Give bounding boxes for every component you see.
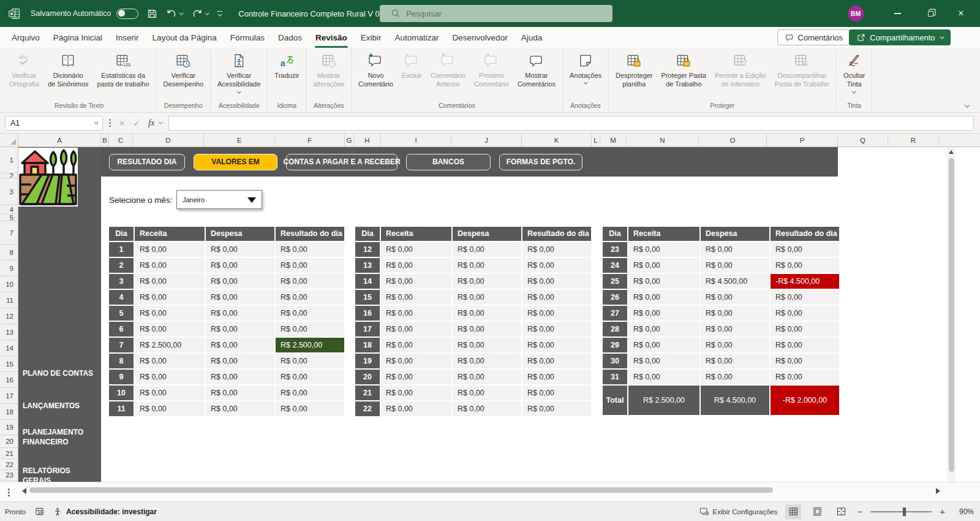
value-cell[interactable]: R$ 0,00 <box>206 386 274 400</box>
autosave-toggle[interactable] <box>116 9 138 19</box>
name-box[interactable]: A1 <box>5 116 103 131</box>
value-cell[interactable]: R$ 0,00 <box>522 258 591 273</box>
day-cell[interactable]: 11 <box>109 401 134 416</box>
value-cell[interactable]: R$ 0,00 <box>771 354 839 368</box>
tab-desenvolvedor[interactable]: Desenvolvedor <box>446 27 514 48</box>
day-cell[interactable]: 23 <box>603 242 627 257</box>
value-cell[interactable]: R$ 0,00 <box>381 258 451 273</box>
table-header-despesa[interactable]: Despesa <box>206 227 274 241</box>
row-header-11[interactable]: 11 <box>0 292 18 308</box>
horizontal-scrollbar[interactable] <box>0 482 980 501</box>
tab-layout-da-pagina[interactable]: Layout da Página <box>146 27 224 48</box>
day-cell[interactable]: 27 <box>603 306 627 321</box>
value-cell[interactable]: R$ 0,00 <box>453 306 521 321</box>
row-header-7[interactable]: 7 <box>0 221 18 245</box>
vertical-scrollbar[interactable] <box>947 147 956 482</box>
avatar[interactable]: BM <box>848 6 864 21</box>
page-break-preview-button[interactable] <box>833 504 849 519</box>
value-cell[interactable]: R$ 0,00 <box>206 274 274 289</box>
table-header-receita[interactable]: Receita <box>381 227 451 241</box>
column-header-o[interactable]: O <box>699 134 767 146</box>
value-cell[interactable]: R$ 0,00 <box>206 354 274 368</box>
day-cell[interactable]: 2 <box>109 258 134 273</box>
value-cell[interactable]: R$ 0,00 <box>276 322 344 337</box>
value-cell[interactable]: R$ 0,00 <box>453 242 521 257</box>
day-cell[interactable]: 16 <box>355 306 380 321</box>
value-cell[interactable]: R$ 0,00 <box>453 386 521 400</box>
column-header-b[interactable]: B <box>101 134 109 146</box>
tab-dados[interactable]: Dados <box>271 27 309 48</box>
workbook-title[interactable]: Controle Financeiro Completo Rural V 05 <box>238 9 390 18</box>
collapse-ribbon-button[interactable] <box>963 97 971 113</box>
row-header-16[interactable]: 16 <box>0 372 18 388</box>
day-cell[interactable]: 9 <box>109 370 134 384</box>
zoom-slider-thumb[interactable] <box>903 508 906 516</box>
day-cell[interactable]: 7 <box>109 338 134 352</box>
select-all-corner[interactable] <box>0 134 18 146</box>
column-header-n[interactable]: N <box>627 134 699 146</box>
tab-exibir[interactable]: Exibir <box>354 27 388 48</box>
month-dropdown[interactable]: Janeiro <box>176 190 262 209</box>
day-cell[interactable]: 25 <box>603 274 627 289</box>
value-cell[interactable]: R$ 0,00 <box>381 401 451 416</box>
value-cell[interactable]: R$ 0,00 <box>522 401 591 416</box>
value-cell[interactable]: R$ 0,00 <box>276 242 344 257</box>
value-cell[interactable]: R$ 0,00 <box>771 306 839 321</box>
day-cell[interactable]: 22 <box>355 401 380 416</box>
value-cell[interactable]: R$ 0,00 <box>701 242 769 257</box>
column-header-j[interactable]: J <box>451 134 522 146</box>
value-cell[interactable]: R$ 0,00 <box>276 354 344 368</box>
traduzir-button[interactable]: aTraduzir <box>270 50 303 81</box>
value-cell[interactable]: R$ 0,00 <box>701 322 769 337</box>
day-cell[interactable]: 19 <box>355 354 380 368</box>
vertical-scroll-thumb[interactable] <box>949 158 954 472</box>
value-cell[interactable]: R$ 0,00 <box>135 306 205 321</box>
column-header-g[interactable]: G <box>345 134 354 146</box>
value-cell[interactable]: R$ 0,00 <box>381 242 451 257</box>
value-cell[interactable]: R$ 0,00 <box>628 322 699 337</box>
value-cell[interactable]: R$ 0,00 <box>206 242 274 257</box>
tab-ajuda[interactable]: Ajuda <box>514 27 549 48</box>
close-button[interactable]: × <box>947 0 975 27</box>
novo-comentario-button[interactable]: Novo Comentário <box>354 50 398 90</box>
total-value-cell[interactable]: R$ 4.500,00 <box>701 386 769 415</box>
accessibility-icon[interactable] <box>53 508 62 516</box>
table-header-receita[interactable]: Receita <box>135 227 205 241</box>
value-cell[interactable]: R$ 0,00 <box>628 354 699 368</box>
value-cell[interactable]: R$ 0,00 <box>522 322 591 337</box>
day-cell[interactable]: 15 <box>355 290 380 305</box>
column-header-h[interactable]: H <box>354 134 381 146</box>
scroll-left-arrow[interactable] <box>22 488 26 494</box>
value-cell[interactable]: R$ 0,00 <box>206 401 274 416</box>
value-cell[interactable]: R$ 0,00 <box>206 370 274 384</box>
column-header-k[interactable]: K <box>522 134 592 146</box>
day-cell[interactable]: 21 <box>355 386 380 400</box>
desproteger-planilha-button[interactable]: Desproteger planilha <box>611 50 657 90</box>
ocultar-tinta-button[interactable]: Ocultar Tinta <box>839 50 869 94</box>
value-cell[interactable]: R$ 0,00 <box>522 370 591 384</box>
value-cell[interactable]: R$ 0,00 <box>453 274 521 289</box>
column-header-f[interactable]: F <box>275 134 345 146</box>
row-header-17[interactable]: 17 <box>0 388 18 404</box>
comments-button[interactable]: Comentários <box>777 29 850 45</box>
record-macro-icon[interactable] <box>35 507 44 516</box>
total-value-cell[interactable]: -R$ 2.000,00 <box>771 386 839 415</box>
value-cell[interactable]: R$ 0,00 <box>522 290 591 305</box>
day-cell[interactable]: 29 <box>603 338 627 352</box>
table-header-dia[interactable]: Dia <box>355 227 380 241</box>
value-cell[interactable]: R$ 0,00 <box>381 322 451 337</box>
row-header-2[interactable]: 2 <box>0 173 18 178</box>
cancel-entry-button[interactable]: × <box>119 118 124 128</box>
row-header-15[interactable]: 15 <box>0 356 18 372</box>
value-cell[interactable]: R$ 0,00 <box>628 370 699 384</box>
column-header-i[interactable]: I <box>381 134 451 146</box>
zoom-slider[interactable] <box>870 511 932 512</box>
value-cell[interactable]: R$ 0,00 <box>206 322 274 337</box>
row-header-21[interactable]: 21 <box>0 448 18 459</box>
value-cell[interactable]: R$ 0,00 <box>628 242 699 257</box>
value-cell[interactable]: R$ 0,00 <box>453 290 521 305</box>
value-cell[interactable]: R$ 0,00 <box>522 242 591 257</box>
value-cell[interactable]: -R$ 4.500,00 <box>771 274 839 289</box>
day-cell[interactable]: 30 <box>603 354 627 368</box>
value-cell[interactable]: R$ 0,00 <box>701 306 769 321</box>
